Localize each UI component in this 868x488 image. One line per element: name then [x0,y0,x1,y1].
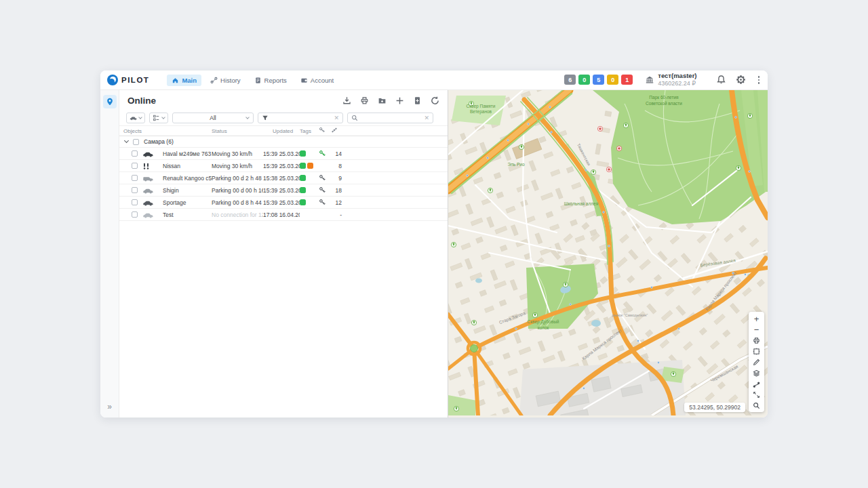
folder-add-icon[interactable] [378,96,387,105]
key-icon [319,174,331,182]
objects-panel: Online [119,90,448,418]
refresh-icon[interactable] [431,96,439,105]
add-icon[interactable] [395,96,404,105]
gear-icon[interactable] [736,75,746,85]
clear-filter-icon[interactable]: ✕ [334,115,339,121]
svg-text:Парк 60-летия: Парк 60-летия [649,95,679,100]
tab-reports-label: Reports [264,77,287,84]
col-updated[interactable]: Updated [263,128,300,134]
route-icon [210,77,218,84]
object-name: Renault Kangoo с550еу1... [163,175,212,182]
expand-panel-button[interactable]: » [103,401,116,413]
brand-name: PILOT [121,76,149,84]
mini-sidebar: » [100,90,119,418]
row-checkbox[interactable] [132,199,138,205]
object-status: Moving 30 km/h [212,150,263,157]
object-updated: 15:39 25.03.2025 [263,187,300,194]
tags-cell [300,163,319,169]
table-row[interactable]: Sportage Parking 00 d 8 h 44 min 15:39 2… [119,197,448,209]
tag-badge [300,187,306,193]
download-icon[interactable] [342,96,351,105]
sat-count: 12 [331,199,344,206]
col-satellites[interactable] [331,127,344,135]
col-status[interactable]: Status [212,128,263,134]
layers-button[interactable] [750,367,763,378]
object-type-filter-button[interactable] [126,113,145,123]
tags-cell [300,150,319,157]
search-field[interactable] [361,114,421,122]
fit-button[interactable] [750,389,763,400]
row-checkbox[interactable] [132,150,138,157]
object-name: Shigin [163,187,212,194]
file-export-icon[interactable] [413,96,422,105]
tags-cell [300,187,319,193]
table-row[interactable]: Shigin Parking 00 d 00 h 16 min 15:39 25… [119,184,448,197]
map-pin-icon[interactable] [103,95,117,108]
tags-filter-field[interactable] [271,114,331,122]
table-row[interactable]: Renault Kangoo с550еу1... Parking 00 d 2… [119,172,448,184]
map-print-button[interactable] [750,335,763,346]
selection-button[interactable] [750,346,763,357]
navbar-right: 6 0 5 0 1 тест(master) 4360262.24 ₽ [564,73,761,87]
collapse-chevron-icon[interactable] [124,138,129,143]
row-checkbox[interactable] [132,163,138,169]
zoom-in-button[interactable]: + [750,313,763,324]
vehicle-icon [142,175,163,182]
col-objects[interactable]: Objects [123,128,212,134]
table-row[interactable]: Test No connection for 12 mo 17:08 16.04… [119,209,448,221]
zoom-out-button[interactable]: − [750,324,763,335]
group-checkbox[interactable] [133,139,139,145]
object-updated: 15:39 25.03.2025 [263,150,300,157]
map-canvas[interactable]: Сквер ПамятиВетерановПарк 60-летияСоветс… [448,90,768,415]
bell-icon[interactable] [716,75,726,85]
print-icon[interactable] [360,96,369,105]
filter-row: All ✕ ✕ [119,110,448,125]
object-updated: 17:08 16.04.2024 [263,211,300,218]
tags-cell [300,199,319,205]
col-tags[interactable]: Tags [300,128,319,134]
object-name: Haval м249ме 763 [163,150,212,157]
map-search-button[interactable] [750,400,763,411]
tab-account[interactable]: Account [296,75,338,86]
tab-reports[interactable]: Reports [250,75,292,86]
kebab-menu-icon[interactable] [757,75,762,85]
map-controls: + − [749,312,764,412]
counter-yellow[interactable]: 0 [607,75,618,85]
tag-badge [307,163,313,169]
tab-main-label: Main [182,77,197,84]
brand-logo[interactable]: PILOT [107,75,149,85]
group-row[interactable]: Самара (6) [119,136,448,148]
user-menu[interactable]: тест(master) 4360262.24 ₽ [645,73,696,87]
map[interactable]: Сквер ПамятиВетерановПарк 60-летияСоветс… [448,90,768,418]
search-input[interactable]: ✕ [347,113,433,123]
group-label: Самара (6) [144,138,174,145]
route-button[interactable] [750,378,763,389]
svg-text:Эль Рио: Эль Рио [507,162,524,167]
tab-main[interactable]: Main [167,75,201,86]
table-row[interactable]: Haval м249ме 763 Moving 30 km/h 15:39 25… [119,148,448,160]
object-name: Nissan [163,163,212,169]
car-filter-icon [130,115,137,121]
counter-red[interactable]: 1 [621,75,633,85]
counter-blue[interactable]: 5 [593,75,604,85]
grouping-button[interactable] [149,113,168,123]
tree-icon [153,115,160,121]
counter-all[interactable]: 6 [564,75,576,85]
row-checkbox[interactable] [132,211,138,218]
chevron-down-icon [161,115,165,119]
clear-search-icon[interactable]: ✕ [424,115,429,121]
key-icon [319,199,331,206]
status-select[interactable]: All [172,113,254,123]
tab-history-label: History [220,77,241,84]
user-balance: 4360262.24 ₽ [658,80,696,87]
counter-green[interactable]: 0 [578,75,590,85]
row-checkbox[interactable] [132,187,138,193]
app-window: PILOT Main History Reports Account 6 [100,70,768,418]
measure-button[interactable] [750,357,763,367]
row-checkbox[interactable] [132,175,138,181]
tags-filter-input[interactable]: ✕ [258,113,343,123]
table-row[interactable]: Nissan Moving 30 km/h 15:39 25.03.2025 8 [119,160,448,172]
svg-text:Сквер Дубовый: Сквер Дубовый [528,319,559,325]
tab-history[interactable]: History [205,75,245,86]
col-key[interactable] [319,127,331,135]
